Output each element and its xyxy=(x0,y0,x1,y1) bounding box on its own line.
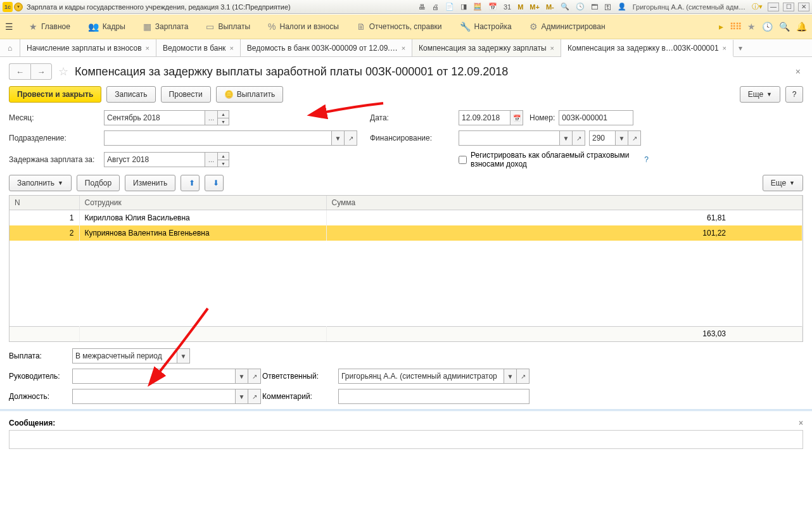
close-icon[interactable]: × xyxy=(550,44,554,52)
date-field[interactable]: 12.09.2018 xyxy=(459,110,511,125)
register-checkbox[interactable] xyxy=(459,156,467,164)
pay-button[interactable]: 🪙Выплатить xyxy=(216,86,284,103)
tab-2[interactable]: Ведомости в банк× xyxy=(156,39,241,56)
key-icon[interactable]: ⚿ xyxy=(603,3,612,11)
financing2-field[interactable]: 290 xyxy=(589,130,616,146)
table-more-button[interactable]: Еще ▼ xyxy=(763,175,803,191)
zoom-out[interactable]: M- xyxy=(545,3,555,11)
menu-hr[interactable]: 👥Кадры xyxy=(79,22,134,32)
head-field[interactable] xyxy=(72,369,236,384)
close-icon[interactable]: × xyxy=(723,44,726,52)
menu-more-arrow[interactable]: ▸ xyxy=(719,22,723,32)
financing2-open[interactable]: ↗ xyxy=(628,130,641,146)
position-open[interactable]: ↗ xyxy=(248,389,261,404)
back-button[interactable]: ← xyxy=(9,63,30,80)
printer-icon[interactable]: 🖨 xyxy=(431,3,440,11)
edit-button[interactable]: Изменить xyxy=(125,175,175,191)
close-icon[interactable]: × xyxy=(146,44,149,52)
delayed-ellipsis[interactable]: … xyxy=(205,152,218,167)
menu-admin[interactable]: ⚙Администрирован xyxy=(521,22,614,32)
resp-field[interactable]: Григорьянц А.А. (системный администратор xyxy=(338,369,504,384)
menu-reports[interactable]: 🗎Отчетность, справки xyxy=(348,22,451,32)
resp-dropdown[interactable]: ▼ xyxy=(504,369,517,384)
delayed-field[interactable]: Август 2018 xyxy=(104,152,205,167)
col-n[interactable]: N xyxy=(10,196,79,210)
month-ellipsis[interactable]: … xyxy=(205,110,218,125)
link-icon[interactable]: 🕓 xyxy=(574,3,586,11)
payout-field[interactable]: В межрасчетный период xyxy=(72,348,177,364)
month-field[interactable]: Сентябрь 2018 xyxy=(104,110,205,125)
position-dropdown[interactable]: ▼ xyxy=(236,389,248,404)
favorite-icon[interactable]: ☆ xyxy=(58,65,68,79)
subdivision-dropdown[interactable]: ▼ xyxy=(332,130,345,146)
info-icon[interactable]: ⓘ▾ xyxy=(751,2,764,11)
tab-1[interactable]: Начисление зарплаты и взносов× xyxy=(20,39,156,56)
home-tab[interactable]: ⌂ xyxy=(0,39,20,56)
doc-close-button[interactable]: × xyxy=(796,66,803,77)
apps-icon[interactable]: ⠿⠿ xyxy=(730,22,741,32)
head-open[interactable]: ↗ xyxy=(248,369,261,384)
comment-field[interactable] xyxy=(338,389,530,404)
app-menu-dropdown[interactable]: ▾ xyxy=(14,3,23,11)
maximize-button[interactable]: ☐ xyxy=(783,3,794,11)
month-up[interactable]: ▲ xyxy=(218,110,229,118)
month-down[interactable]: ▼ xyxy=(218,118,229,125)
financing2-dropdown[interactable]: ▼ xyxy=(616,130,628,146)
subdivision-open[interactable]: ↗ xyxy=(345,130,357,146)
zoom-in[interactable]: M+ xyxy=(528,3,541,11)
fill-button[interactable]: Заполнить ▼ xyxy=(9,175,72,191)
resp-open[interactable]: ↗ xyxy=(517,369,530,384)
user-icon[interactable]: 👤 xyxy=(616,3,628,11)
print-icon[interactable]: 🖶 xyxy=(417,3,427,11)
history-icon[interactable]: 🕓 xyxy=(762,22,773,32)
position-field[interactable] xyxy=(72,389,236,404)
close-button[interactable]: ✕ xyxy=(798,3,809,11)
menu-taxes[interactable]: %Налоги и взносы xyxy=(259,22,348,32)
bell-icon[interactable]: 🔔 xyxy=(796,22,807,32)
payout-dropdown[interactable]: ▼ xyxy=(177,348,190,364)
doc-icon[interactable]: 📄 xyxy=(444,3,455,11)
tab-5[interactable]: Компенсация за задержку в…00ЗК-000001× xyxy=(561,40,733,57)
calc-icon[interactable]: 🧮 xyxy=(472,3,483,11)
move-up-button[interactable]: ⬆ xyxy=(181,175,200,191)
search-icon[interactable]: 🔍 xyxy=(559,3,571,11)
subdivision-field[interactable] xyxy=(104,130,332,146)
zoom-normal[interactable]: M xyxy=(516,3,524,11)
delayed-down[interactable]: ▼ xyxy=(218,160,229,167)
calendar-icon[interactable]: 📅 xyxy=(487,3,498,11)
help-button[interactable]: ? xyxy=(785,86,803,103)
save-button[interactable]: Записать xyxy=(106,86,155,103)
number-field[interactable]: 00ЗК-000001 xyxy=(559,110,633,125)
close-icon[interactable]: × xyxy=(402,44,405,52)
hint-icon[interactable]: ? xyxy=(644,155,649,164)
head-dropdown[interactable]: ▼ xyxy=(236,369,248,384)
minimize-button[interactable]: — xyxy=(768,3,779,11)
close-icon[interactable]: × xyxy=(229,44,233,52)
menu-payments[interactable]: ▭Выплаты xyxy=(197,22,259,32)
find-icon[interactable]: 🔍 xyxy=(779,22,790,32)
financing-field[interactable] xyxy=(459,130,560,146)
date-icon[interactable]: 31 xyxy=(502,3,512,11)
window-icon[interactable]: 🗔 xyxy=(590,3,599,11)
menu-salary[interactable]: ▦Зарплата xyxy=(134,22,198,32)
table-row[interactable]: 2 Куприянова Валентина Евгеньевна 101,22 xyxy=(10,225,802,241)
menu-main[interactable]: ★Главное xyxy=(20,22,79,32)
forward-button[interactable]: → xyxy=(30,63,52,80)
col-emp[interactable]: Сотрудник xyxy=(79,196,326,210)
more-button[interactable]: Еще ▼ xyxy=(740,86,780,103)
financing-dropdown[interactable]: ▼ xyxy=(560,130,573,146)
tab-3[interactable]: Ведомость в банк 00ЗК-000009 от 12.09.…× xyxy=(241,39,412,56)
move-down-button[interactable]: ⬇ xyxy=(205,175,224,191)
menu-settings[interactable]: 🔧Настройка xyxy=(451,22,521,32)
compare-icon[interactable]: ◨ xyxy=(459,3,468,11)
table-row[interactable]: 1 Кириллова Юлия Васильевна 61,81 xyxy=(10,210,802,225)
messages-close[interactable]: × xyxy=(799,419,803,427)
pick-button[interactable]: Подбор xyxy=(77,175,120,191)
post-button[interactable]: Провести xyxy=(161,86,211,103)
tabs-more[interactable]: ▾ xyxy=(733,39,747,56)
date-calendar[interactable]: 📅 xyxy=(511,110,523,125)
col-sum[interactable]: Сумма xyxy=(326,196,802,210)
tab-4[interactable]: Компенсация за задержку зарплаты× xyxy=(412,39,561,56)
financing-open[interactable]: ↗ xyxy=(573,130,585,146)
post-and-close-button[interactable]: Провести и закрыть xyxy=(9,86,101,103)
